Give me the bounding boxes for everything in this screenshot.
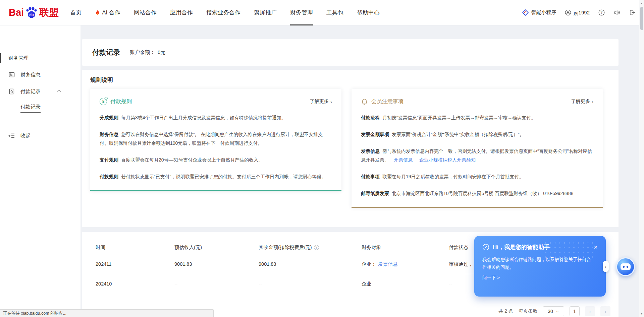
cell-actual: 9001.83 (259, 261, 362, 267)
cell-time: 202411 (96, 261, 174, 267)
assistant-robot-avatar[interactable] (616, 257, 635, 276)
col-header-estimated: 预估收入(元) (174, 244, 259, 251)
member-notes-box: 会员注意事项 了解更多 › 付款流程月初按“发票信息”页面开具发票→上传发票→邮… (352, 89, 603, 208)
page-number-button[interactable]: 1 (570, 306, 580, 316)
nav-item-website[interactable]: 网站合作 (127, 0, 163, 25)
chevron-up-icon (57, 90, 61, 94)
browser-status-bar: 正在等待 xlab.baidu.com 的响应... (0, 309, 214, 317)
rule-paragraph: 付款规则若付款状态显示“已支付”，说明联盟已安排了您的付款。支付后三个工作日内到… (100, 172, 332, 181)
account-balance: 账户余额： 0元 (130, 49, 165, 56)
coin-icon: ¥ (100, 98, 107, 105)
app-root: Bai du 联盟 首页 AI 合作 网站合作 (0, 0, 644, 317)
rule-paragraph: 付款事项联盟在每月19日之后签收的发票，付款时间安排在下个月首批支付。 (361, 172, 593, 181)
cell-time: 202410 (96, 281, 174, 287)
user-account[interactable]: jyj1992 (565, 9, 590, 16)
assistant-ask-link[interactable]: 问一下 > (482, 275, 598, 281)
username: jyj1992 (574, 10, 590, 15)
compass-icon (482, 244, 489, 251)
cell-estimated: -- (174, 281, 259, 287)
col-header-actual: 实收金额(扣除税费后/元) ? (259, 244, 362, 251)
member-notes-name: 会员注意事项 (371, 98, 404, 105)
svg-text:?: ? (601, 11, 603, 14)
sound-icon[interactable] (613, 9, 620, 16)
sidebar-item-payment-records[interactable]: 付款记录 (0, 83, 80, 100)
cell-actual: -- (259, 281, 362, 287)
close-icon[interactable]: ✕ (593, 244, 598, 250)
scroll-thumb[interactable] (640, 7, 643, 30)
assistant-message: 我会帮助您诊断合作链路问题，以及解答您关于任何合作相关的问题。 (482, 256, 594, 271)
payment-rules-name: 付款规则 (110, 98, 132, 105)
assistant-expand-tab[interactable]: › (603, 261, 609, 272)
rules-title: 规则说明 (90, 76, 610, 84)
baidu-paw-icon: du (25, 6, 38, 19)
sidebar: 财务管理 财务信息 付款记录 付款记录 收起 (0, 25, 80, 317)
robot-face-icon (621, 263, 631, 270)
cell-finance-object: 企业： 发票信息 (362, 261, 449, 267)
sidebar-item-label: 财务信息 (20, 72, 41, 78)
rule-paragraph: 发票信息需与系统内发票信息内容完全一致，否则无法支付。请根据发票信息页面中“百度… (361, 147, 593, 164)
status-text: 正在等待 xlab.baidu.com 的响应... (3, 311, 66, 316)
scroll-up-arrow[interactable]: ▲ (639, 2, 644, 4)
nav-item-ai[interactable]: AI 合作 (88, 0, 127, 25)
logo-text-bai: Bai (9, 7, 24, 18)
svg-text:du: du (29, 12, 34, 16)
sidebar-group-finance: 财务管理 (0, 50, 80, 66)
id-card-icon (8, 71, 15, 78)
prev-page-button[interactable]: ‹ (585, 306, 595, 316)
logo-text-lianmeng: 联盟 (39, 6, 59, 19)
rule-paragraph: 发票金额事项发票票面“价税合计”金额=系统中“实收金额（扣除税费后/元）”。 (361, 130, 593, 139)
sidebar-item-finance-info[interactable]: 财务信息 (0, 66, 80, 83)
rule-paragraph: 付款流程月初按“发票信息”页面开具发票→上传发票→邮寄发票→审核→确认支付。 (361, 113, 593, 122)
sidebar-item-label: 付款记录 (20, 88, 41, 95)
info-icon[interactable]: ? (314, 245, 319, 250)
nav-item-home[interactable]: 首页 (63, 0, 88, 25)
pagination: 共 2 条 每页条数 30 ⌄ 1 ‹ › (498, 306, 610, 316)
cell-finance-object: 企业 (362, 281, 449, 287)
flame-icon (95, 10, 100, 16)
sidebar-divider (0, 123, 72, 123)
top-navbar: Bai du 联盟 首页 AI 合作 网站合作 (0, 0, 644, 25)
col-header-finance-object: 财务对象 (362, 244, 449, 251)
col-header-time: 时间 (96, 244, 174, 251)
rule-paragraph: 邮寄纸质发票北京市海淀区西北旺东路10号院百度科技园5号楼 百度联盟财务组（收）… (361, 189, 593, 198)
nav-item-app[interactable]: 应用合作 (163, 0, 200, 25)
caret-down-icon: ⌄ (556, 309, 559, 313)
small-taxpayer-notice-link[interactable]: 企业小规模纳税人开票须知 (419, 157, 476, 163)
member-notes-more-link[interactable]: 了解更多 › (571, 99, 593, 105)
sidebar-subitem-payment-records[interactable]: 付款记录 (0, 100, 80, 117)
assistant-title: Hi，我是您的智能助手 (493, 243, 550, 251)
cell-estimated: 9001.83 (174, 261, 259, 267)
baidu-union-logo[interactable]: Bai du 联盟 (9, 6, 59, 19)
total-count: 共 2 条 (498, 308, 513, 314)
nav-item-search-biz[interactable]: 搜索业务合作 (200, 0, 247, 25)
balance-value: 0元 (158, 49, 165, 56)
next-page-button[interactable]: › (600, 306, 610, 316)
payment-rules-box: ¥ 付款规则 了解更多 › 分成规则每月第3或4个工作日产出上月分成信息及发票信… (90, 89, 341, 191)
scroll-down-arrow[interactable]: ▼ (639, 313, 644, 315)
mini-program-entry[interactable]: 智能小程序 (522, 9, 556, 16)
logout-icon[interactable] (629, 9, 635, 16)
nav-item-help-center[interactable]: 帮助中心 (350, 0, 386, 25)
page-scrollbar[interactable]: ▲ ▼ (639, 0, 644, 317)
help-icon[interactable]: ? (598, 9, 605, 16)
balance-label: 账户余额： (130, 49, 155, 56)
page-size-label: 每页条数 (519, 308, 537, 314)
sidebar-collapse-button[interactable]: 收起 (0, 127, 80, 144)
nav-item-toolkit[interactable]: 工具包 (320, 0, 350, 25)
rule-paragraph: 财务信息您可以在财务信息中选择“保留付款”。 在此期间您产生的收入将在账户内进行… (100, 130, 332, 147)
user-icon (565, 9, 571, 16)
page-size-select[interactable]: 30 ⌄ (543, 306, 564, 316)
nav-item-finance[interactable]: 财务管理 (283, 0, 320, 25)
badge-icon (8, 88, 15, 95)
smart-mini-program-icon (522, 9, 529, 16)
page-header-card: 付款记录 账户余额： 0元 (82, 39, 619, 66)
chevron-right-icon: › (592, 99, 593, 105)
main-nav: 首页 AI 合作 网站合作 应用合作 搜索业务合作 聚屏推广 财务管理 工具包 … (63, 0, 386, 25)
mini-program-label: 智能小程序 (531, 9, 556, 16)
page-title: 付款记录 (92, 48, 120, 57)
topbar-right: 智能小程序 jyj1992 ? (522, 9, 635, 16)
invoice-info-link[interactable]: 开票信息 (394, 157, 413, 163)
nav-item-screen-ads[interactable]: 聚屏推广 (247, 0, 283, 25)
payment-rules-more-link[interactable]: 了解更多 › (310, 99, 332, 105)
invoice-info-row-link[interactable]: 发票信息 (378, 261, 398, 267)
